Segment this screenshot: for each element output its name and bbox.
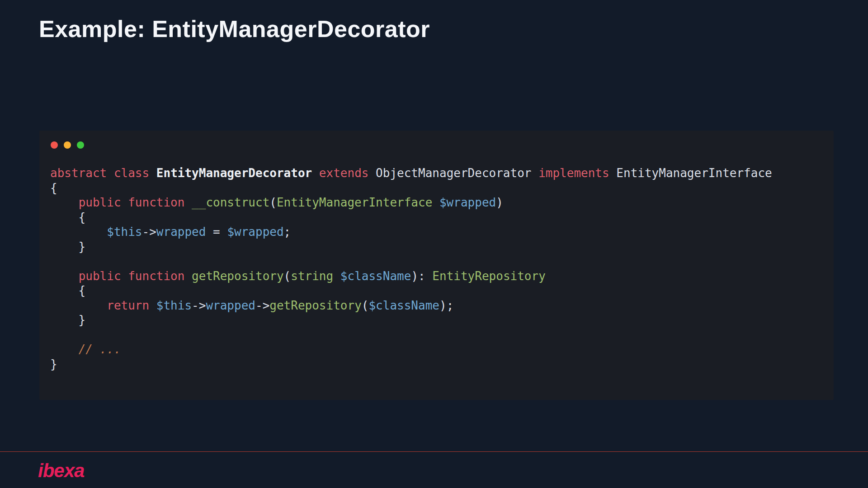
code-line: }	[50, 357, 823, 372]
code-line: }	[50, 313, 823, 328]
code-block: abstract class EntityManagerDecorator ex…	[50, 166, 823, 371]
slide: Example: EntityManagerDecorator abstract…	[0, 0, 868, 488]
code-window: abstract class EntityManagerDecorator ex…	[39, 131, 834, 400]
close-dot	[51, 141, 58, 149]
code-line: {	[50, 210, 823, 225]
code-line	[50, 254, 823, 269]
code-line: // ...	[50, 342, 823, 357]
window-controls	[51, 141, 84, 149]
slide-title: Example: EntityManagerDecorator	[39, 15, 430, 42]
code-line: }	[50, 239, 823, 254]
maximize-dot	[77, 141, 84, 149]
footer-divider	[0, 451, 868, 452]
ibexa-logo: ibexa	[38, 460, 84, 482]
code-lines: abstract class EntityManagerDecorator ex…	[50, 166, 823, 371]
code-line	[50, 328, 823, 343]
code-line: abstract class EntityManagerDecorator ex…	[50, 166, 823, 181]
minimize-dot	[64, 141, 71, 149]
code-line: public function getRepository(string $cl…	[50, 269, 823, 284]
code-line: {	[50, 283, 823, 298]
code-line: $this->wrapped = $wrapped;	[50, 225, 823, 239]
code-line: {	[50, 181, 823, 196]
code-line: return $this->wrapped->getRepository($cl…	[50, 298, 823, 313]
code-line: public function __construct(EntityManage…	[50, 195, 823, 210]
